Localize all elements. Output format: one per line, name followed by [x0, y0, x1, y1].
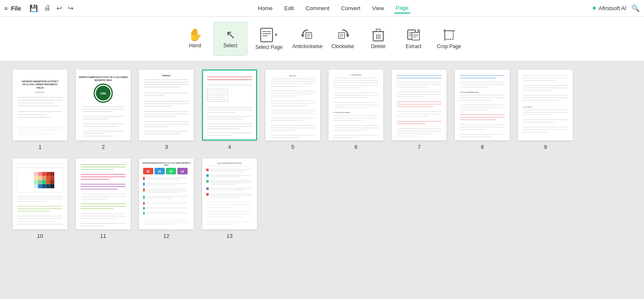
- select-page-button[interactable]: ▼ Select Page: [249, 22, 289, 56]
- page-item-2[interactable]: GROWTH INHIBITION ACTIVITY OF E COLI UND…: [76, 70, 131, 150]
- svg-text:GROWTH INHIBITION ACTIVITY OF : GROWTH INHIBITION ACTIVITY OF E COLI UND…: [79, 76, 128, 78]
- svg-rect-212: [34, 172, 38, 176]
- select-button[interactable]: ↖ Select: [214, 22, 247, 56]
- extract-button[interactable]: Extract: [397, 22, 430, 56]
- page-num-5: 5: [291, 144, 294, 150]
- page-thumb-8: 4. Research Methodology: [455, 70, 510, 140]
- page-num-3: 3: [165, 144, 168, 150]
- undo-icon[interactable]: ↩: [55, 3, 64, 13]
- svg-rect-85: [203, 71, 256, 140]
- title-bar-left: ≡ File 💾 🖨 ↩ ↪: [4, 3, 75, 13]
- crop-page-button[interactable]: Crop Page: [432, 22, 466, 56]
- svg-rect-284: [143, 196, 145, 199]
- hand-icon: ✋: [188, 29, 203, 41]
- page-num-1: 1: [38, 144, 41, 150]
- svg-rect-105: [266, 71, 319, 140]
- svg-text:Abstract: Abstract: [289, 75, 297, 77]
- page-item-7[interactable]: 7: [392, 70, 446, 150]
- page-item-6[interactable]: 1. Introduction 2. Place and procedure: [329, 70, 383, 150]
- nav-home[interactable]: Home: [257, 3, 275, 13]
- svg-rect-227: [34, 184, 38, 189]
- svg-rect-224: [50, 172, 54, 176]
- crop-page-icon: [442, 28, 456, 42]
- page-num-2: 2: [102, 144, 104, 150]
- svg-text:List of tables: List of tables: [523, 106, 532, 108]
- ai-icon: ✦: [591, 4, 597, 12]
- clockwise-icon: [336, 28, 350, 42]
- page-item-11[interactable]: 11: [76, 159, 131, 239]
- page-thumb-9: List of tables: [518, 70, 573, 140]
- svg-rect-218: [42, 176, 46, 180]
- svg-text:16: 16: [158, 170, 161, 173]
- nav-convert[interactable]: Convert: [339, 3, 362, 13]
- page-thumb-12: GROWTH INHIBITION ACTIVITY OF E COLI UND…: [139, 159, 194, 229]
- svg-rect-214: [42, 172, 46, 176]
- svg-rect-219: [46, 176, 51, 180]
- extract-label: Extract: [406, 43, 421, 49]
- page-item-8[interactable]: 4. Research Methodology: [455, 70, 510, 150]
- search-icon[interactable]: 🔍: [631, 4, 640, 12]
- anticlockwise-button[interactable]: Anticlockwise: [291, 22, 324, 56]
- nav-page[interactable]: Page: [394, 3, 410, 13]
- clockwise-button[interactable]: Clockwise: [326, 22, 360, 56]
- svg-text:OF E COLI UNDER MAGNETIC: OF E COLI UNDER MAGNETIC: [22, 83, 58, 86]
- main-content: GROWTH INHIBITION ACTIVITY OF E COLI UND…: [0, 61, 644, 299]
- delete-button[interactable]: Delete: [361, 22, 395, 56]
- page-thumb-5: Abstract: [265, 70, 320, 140]
- page-item-12[interactable]: GROWTH INHIBITION ACTIVITY OF E COLI UND…: [139, 159, 194, 239]
- svg-text:GROWTH INHIBITION ACTIVITY OF : GROWTH INHIBITION ACTIVITY OF E COLI UND…: [142, 162, 191, 164]
- svg-rect-217: [38, 176, 42, 180]
- svg-text:FIELD: FIELD: [37, 86, 44, 89]
- page-thumb-1: GROWTH INHIBITION ACTIVITY OF E COLI UND…: [13, 70, 67, 140]
- page-item-13[interactable]: Improving Antibacterial Response: [202, 159, 257, 239]
- nav-edit[interactable]: Edit: [283, 3, 295, 13]
- svg-text:1. Introduction: 1. Introduction: [350, 74, 362, 76]
- anticlockwise-label: Anticlockwise: [292, 43, 323, 49]
- svg-text:28: 28: [147, 170, 150, 173]
- svg-rect-226: [50, 180, 54, 184]
- svg-rect-280: [143, 188, 145, 191]
- page-item-4[interactable]: 4: [202, 70, 257, 150]
- delete-icon: [372, 28, 384, 42]
- svg-rect-299: [206, 169, 209, 171]
- svg-text:UNI: UNI: [100, 92, 106, 95]
- svg-rect-231: [50, 184, 54, 189]
- clockwise-label: Clockwise: [331, 43, 354, 49]
- page-item-3[interactable]: Abstract: [139, 70, 194, 150]
- svg-rect-220: [34, 180, 38, 184]
- save-icon[interactable]: 💾: [28, 3, 40, 13]
- page-num-9: 9: [544, 144, 547, 150]
- nav-view[interactable]: View: [371, 3, 386, 13]
- svg-text:GROWTH INHIBITION ACTIVITY: GROWTH INHIBITION ACTIVITY: [21, 80, 58, 83]
- ai-label: Afirstsoft AI: [599, 5, 626, 11]
- redo-icon[interactable]: ↪: [66, 3, 75, 13]
- page-thumb-11: [76, 159, 131, 229]
- extract-icon: [407, 28, 420, 42]
- page-item-5[interactable]: Abstract: [265, 70, 320, 150]
- svg-rect-190: [519, 71, 572, 140]
- page-item-10[interactable]: 10: [13, 159, 67, 239]
- page-thumb-4: [202, 70, 257, 140]
- title-bar-icons: 💾 🖨 ↩ ↪: [28, 3, 75, 13]
- anticlockwise-icon: [301, 28, 314, 42]
- print-icon[interactable]: 🖨: [42, 3, 52, 13]
- svg-rect-289: [143, 207, 145, 210]
- afirstsoft-ai[interactable]: ✦ Afirstsoft AI: [591, 4, 626, 12]
- hand-button[interactable]: ✋ Hand: [178, 22, 212, 56]
- nav-comment[interactable]: Comment: [304, 3, 331, 13]
- svg-rect-216: [34, 176, 38, 180]
- page-thumb-10: [13, 159, 67, 229]
- menu-icon[interactable]: ≡: [4, 5, 8, 12]
- file-label[interactable]: File: [11, 5, 21, 12]
- svg-rect-229: [42, 184, 46, 189]
- svg-rect-305: [206, 180, 209, 183]
- page-item-9[interactable]: List of tables 9: [518, 70, 573, 150]
- pages-grid: GROWTH INHIBITION ACTIVITY OF E COLI UND…: [13, 70, 631, 239]
- svg-text:MAGNETIC FIELD: MAGNETIC FIELD: [94, 79, 112, 81]
- page-item-1[interactable]: GROWTH INHIBITION ACTIVITY OF E COLI UND…: [13, 70, 67, 150]
- delete-label: Delete: [371, 43, 386, 49]
- svg-rect-221: [38, 180, 42, 184]
- svg-rect-309: [206, 187, 209, 190]
- svg-rect-277: [143, 183, 145, 186]
- svg-text:Improving Antibacterial Respon: Improving Antibacterial Response: [217, 162, 242, 164]
